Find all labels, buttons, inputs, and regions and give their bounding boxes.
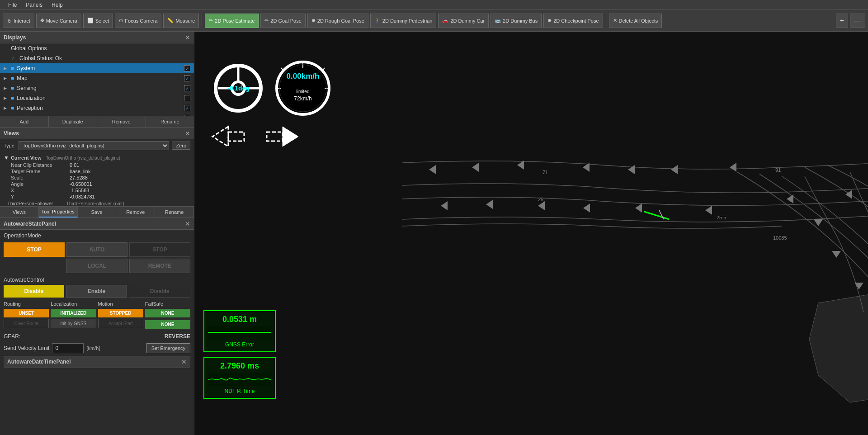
displays-close-button[interactable]: ✕	[185, 34, 190, 41]
cv-row-3: Angle -0.650001	[4, 181, 190, 187]
steering-value: -0.1deg	[227, 85, 250, 92]
svg-text:10085: 10085	[773, 235, 787, 241]
routing-label: Routing	[4, 301, 49, 307]
menu-panels[interactable]: Panels	[21, 1, 47, 9]
toolbar: 🖱 Interact ✥ Move Camera ⬜ Select ⊙ Focu…	[0, 10, 868, 32]
views-remove-button[interactable]: Remove	[116, 207, 155, 218]
gear-label: GEAR:	[4, 333, 20, 340]
display-item-global-options[interactable]: Global Options	[0, 43, 194, 53]
display-item-system[interactable]: ▶ ■ System	[0, 63, 194, 73]
localization-checkbox[interactable]	[184, 95, 190, 101]
velocity-row: Send Velocity Limit [km/h] Set Emergency	[0, 341, 194, 356]
delete-all-objects-button[interactable]: ✕ Delete All Objects	[609, 14, 662, 28]
operation-mode-label: OperationMode	[0, 230, 194, 241]
2d-checkpoint-pose-button[interactable]: ⊕ 2D Checkpoint Pose	[543, 14, 603, 28]
ndt-graph	[208, 373, 271, 386]
add-panel-button[interactable]: +	[836, 14, 848, 28]
disable2-button[interactable]: Disable	[129, 285, 190, 298]
delete-icon: ✕	[613, 18, 617, 24]
displays-add-button[interactable]: Add	[0, 116, 49, 127]
velocity-label: Send Velocity Limit	[4, 345, 49, 351]
planning-checkbox[interactable]	[184, 115, 190, 116]
display-item-perception[interactable]: ▶ ■ Perception	[0, 103, 194, 113]
displays-duplicate-button[interactable]: Duplicate	[49, 116, 98, 127]
accept-start-button[interactable]: Accept Start	[98, 319, 143, 328]
displays-rename-button[interactable]: Rename	[146, 116, 194, 127]
auto-button[interactable]: AUTO	[66, 242, 127, 257]
displays-remove-button[interactable]: Remove	[97, 116, 146, 127]
sensing-checkbox[interactable]	[184, 85, 190, 91]
expand-arrow-map: ▶	[4, 76, 8, 80]
select-button[interactable]: ⬜ Select	[83, 14, 113, 28]
focus-camera-button[interactable]: ⊙ Focus Camera	[115, 14, 161, 28]
views-tab-button[interactable]: Views	[0, 207, 39, 218]
left-panel: Displays ✕ Global Options ✓ Global Statu…	[0, 32, 194, 435]
views-header: Views ✕	[0, 128, 194, 139]
enable-button[interactable]: Enable	[66, 285, 127, 298]
info-panels: 0.0531 m GNSS Error 2.7960 ms NDT P. Tim…	[203, 310, 276, 399]
move-camera-button[interactable]: ✥ Move Camera	[36, 14, 81, 28]
gnss-graph-line	[208, 332, 271, 333]
sensing-icon: ■	[11, 85, 14, 91]
map-checkbox[interactable]	[184, 75, 190, 81]
display-item-localization[interactable]: ▶ ■ Localization	[0, 93, 194, 103]
remote-button[interactable]: REMOTE	[129, 259, 190, 273]
svg-text:71: 71	[542, 170, 548, 175]
menu-help[interactable]: Help	[47, 1, 67, 9]
perception-checkbox[interactable]	[184, 105, 190, 111]
set-emergency-button[interactable]: Set Emergency	[146, 343, 190, 353]
velocity-input[interactable]	[52, 343, 84, 353]
expand-arrow-perception: ▶	[4, 106, 8, 110]
autoware-state-close-button[interactable]: ✕	[185, 221, 190, 227]
right-arrow-svg	[262, 122, 303, 151]
clear-route-button[interactable]: Clear Route	[4, 319, 49, 328]
views-type-row: Type: TopDownOrtho (rviz_default_plugins…	[0, 139, 194, 152]
localization-col: Localization INITIALIZED Init by GNSS	[51, 301, 96, 328]
local-button[interactable]: LOCAL	[66, 259, 127, 273]
views-type-select[interactable]: TopDownOrtho (rviz_default_plugins)	[19, 141, 169, 150]
views-zero-button[interactable]: Zero	[172, 142, 190, 150]
2d-pose-estimate-button[interactable]: ✏ 2D Pose Estimate	[205, 14, 259, 28]
failsafe-label: FailSafe	[145, 301, 190, 307]
svg-rect-47	[267, 132, 283, 141]
display-item-global-status[interactable]: ✓ Global Status: Ok	[0, 53, 194, 63]
interact-button[interactable]: 🖱 Interact	[3, 14, 34, 28]
svg-rect-46	[228, 132, 244, 141]
routing-status: UNSET	[4, 309, 49, 317]
3d-view[interactable]: 71 25 91 25.5 10085 16131	[194, 32, 868, 435]
gear-row: GEAR: REVERSE	[0, 331, 194, 341]
display-item-planning[interactable]: ▶ ■ Planning	[0, 113, 194, 116]
cv-row-2: Scale 27.5288	[4, 175, 190, 181]
datetime-close-button[interactable]: ✕	[181, 359, 187, 365]
tool-properties-tab-button[interactable]: Tool Properties	[39, 207, 78, 218]
views-rename-button[interactable]: Rename	[155, 207, 194, 218]
car-icon: 🚗	[442, 18, 448, 24]
2d-dummy-car-button[interactable]: 🚗 2D Dummy Car	[438, 14, 489, 28]
menu-file[interactable]: File	[4, 1, 21, 9]
views-section: Views ✕ Type: TopDownOrtho (rviz_default…	[0, 127, 194, 218]
system-checkbox[interactable]	[184, 65, 190, 71]
views-close-button[interactable]: ✕	[185, 130, 190, 137]
map-icon: ■	[11, 75, 14, 81]
2d-dummy-bus-button[interactable]: 🚌 2D Dummy Bus	[491, 14, 542, 28]
display-item-map[interactable]: ▶ ■ Map	[0, 73, 194, 83]
stop-button[interactable]: STOP	[4, 242, 65, 257]
minimize-button[interactable]: —	[850, 14, 865, 28]
direction-arrows	[208, 122, 303, 151]
perception-icon: ■	[11, 105, 14, 111]
init-by-gnss-button[interactable]: Init by GNSS	[51, 319, 96, 328]
operation-mode-buttons: STOP AUTO STOP LOCAL REMOTE	[0, 241, 194, 275]
cv-row-4: X -1.55583	[4, 187, 190, 194]
2d-goal-pose-button[interactable]: ✏ 2D Goal Pose	[260, 14, 305, 28]
toolbar-separator-1	[202, 14, 202, 27]
svg-point-38	[277, 62, 329, 114]
measure-button[interactable]: 📏 Measure	[163, 14, 199, 28]
disable-button[interactable]: Disable	[4, 285, 64, 298]
stop2-button[interactable]: STOP	[129, 242, 190, 257]
expand-arrow-system: ▶	[4, 66, 8, 71]
display-item-sensing[interactable]: ▶ ■ Sensing	[0, 83, 194, 93]
views-save-button[interactable]: Save	[78, 207, 117, 218]
speedometer-svg	[274, 59, 332, 118]
2d-rough-goal-pose-button[interactable]: ⊕ 2D Rough Goal Pose	[307, 14, 368, 28]
2d-dummy-pedestrian-button[interactable]: 🚶 2D Dummy Pedestrian	[370, 14, 437, 28]
